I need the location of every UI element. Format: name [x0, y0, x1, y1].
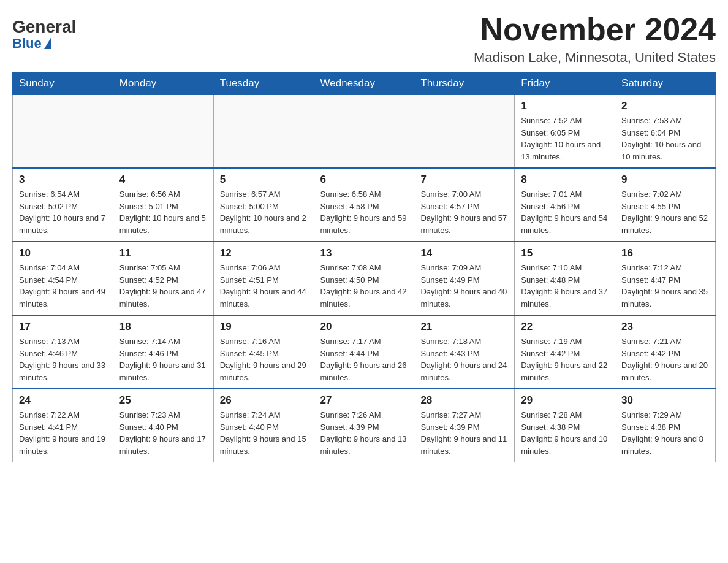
calendar-header-wednesday: Wednesday [314, 72, 414, 95]
calendar-header-row: SundayMondayTuesdayWednesdayThursdayFrid… [13, 72, 716, 95]
day-number: 8 [521, 174, 609, 186]
calendar-cell: 21Sunrise: 7:18 AMSunset: 4:43 PMDayligh… [414, 315, 515, 389]
location-title: Madison Lake, Minnesota, United States [474, 50, 716, 66]
day-info: Sunrise: 6:54 AMSunset: 5:02 PMDaylight:… [19, 188, 107, 236]
calendar-cell: 10Sunrise: 7:04 AMSunset: 4:54 PMDayligh… [13, 242, 113, 315]
day-info: Sunrise: 7:02 AMSunset: 4:55 PMDaylight:… [621, 188, 709, 236]
day-info: Sunrise: 7:00 AMSunset: 4:57 PMDaylight:… [420, 188, 508, 236]
day-info: Sunrise: 7:08 AMSunset: 4:50 PMDaylight:… [320, 262, 408, 310]
calendar-cell: 18Sunrise: 7:14 AMSunset: 4:46 PMDayligh… [113, 315, 213, 389]
calendar-cell [13, 95, 113, 169]
calendar-cell: 11Sunrise: 7:05 AMSunset: 4:52 PMDayligh… [113, 242, 213, 315]
calendar-cell: 16Sunrise: 7:12 AMSunset: 4:47 PMDayligh… [615, 242, 716, 315]
calendar-cell [213, 95, 314, 169]
day-number: 18 [119, 321, 207, 333]
calendar-cell: 23Sunrise: 7:21 AMSunset: 4:42 PMDayligh… [615, 315, 716, 389]
day-number: 5 [220, 174, 308, 186]
day-info: Sunrise: 7:14 AMSunset: 4:46 PMDaylight:… [119, 335, 207, 383]
day-number: 20 [320, 321, 408, 333]
day-number: 19 [220, 321, 308, 333]
calendar-cell [113, 95, 213, 169]
day-number: 14 [420, 247, 508, 259]
day-number: 30 [621, 394, 709, 407]
calendar-cell: 27Sunrise: 7:26 AMSunset: 4:39 PMDayligh… [314, 389, 414, 462]
day-info: Sunrise: 7:12 AMSunset: 4:47 PMDaylight:… [621, 262, 709, 310]
day-info: Sunrise: 7:26 AMSunset: 4:39 PMDaylight:… [320, 409, 408, 457]
day-info: Sunrise: 7:04 AMSunset: 4:54 PMDaylight:… [19, 262, 107, 310]
calendar-header-saturday: Saturday [615, 72, 716, 95]
day-number: 24 [19, 394, 107, 407]
page-header: General Blue November 2024 Madison Lake,… [12, 12, 716, 66]
logo-blue-text: Blue [12, 36, 51, 52]
day-info: Sunrise: 7:19 AMSunset: 4:42 PMDaylight:… [521, 335, 609, 383]
calendar-cell: 12Sunrise: 7:06 AMSunset: 4:51 PMDayligh… [213, 242, 314, 315]
calendar-cell: 7Sunrise: 7:00 AMSunset: 4:57 PMDaylight… [414, 168, 515, 242]
calendar-header-thursday: Thursday [414, 72, 515, 95]
calendar-cell: 2Sunrise: 7:53 AMSunset: 6:04 PMDaylight… [615, 95, 716, 169]
day-info: Sunrise: 7:24 AMSunset: 4:40 PMDaylight:… [220, 409, 308, 457]
day-number: 3 [19, 174, 107, 186]
day-info: Sunrise: 7:22 AMSunset: 4:41 PMDaylight:… [19, 409, 107, 457]
calendar-cell: 30Sunrise: 7:29 AMSunset: 4:38 PMDayligh… [615, 389, 716, 462]
calendar-cell: 24Sunrise: 7:22 AMSunset: 4:41 PMDayligh… [13, 389, 113, 462]
calendar-cell: 3Sunrise: 6:54 AMSunset: 5:02 PMDaylight… [13, 168, 113, 242]
day-number: 27 [320, 394, 408, 407]
day-number: 26 [220, 394, 308, 407]
month-title: November 2024 [474, 12, 716, 47]
day-info: Sunrise: 6:56 AMSunset: 5:01 PMDaylight:… [119, 188, 207, 236]
logo-triangle-icon [44, 37, 51, 49]
day-info: Sunrise: 7:29 AMSunset: 4:38 PMDaylight:… [621, 409, 709, 457]
calendar-header-sunday: Sunday [13, 72, 113, 95]
title-area: November 2024 Madison Lake, Minnesota, U… [474, 12, 716, 66]
calendar-table: SundayMondayTuesdayWednesdayThursdayFrid… [12, 72, 716, 462]
day-number: 23 [621, 321, 709, 333]
day-info: Sunrise: 7:13 AMSunset: 4:46 PMDaylight:… [19, 335, 107, 383]
calendar-cell: 5Sunrise: 6:57 AMSunset: 5:00 PMDaylight… [213, 168, 314, 242]
day-info: Sunrise: 6:57 AMSunset: 5:00 PMDaylight:… [220, 188, 308, 236]
calendar-cell: 22Sunrise: 7:19 AMSunset: 4:42 PMDayligh… [515, 315, 615, 389]
day-info: Sunrise: 7:28 AMSunset: 4:38 PMDaylight:… [521, 409, 609, 457]
calendar-cell: 8Sunrise: 7:01 AMSunset: 4:56 PMDaylight… [515, 168, 615, 242]
day-number: 28 [420, 394, 508, 407]
calendar-cell: 17Sunrise: 7:13 AMSunset: 4:46 PMDayligh… [13, 315, 113, 389]
day-info: Sunrise: 7:27 AMSunset: 4:39 PMDaylight:… [420, 409, 508, 457]
day-number: 15 [521, 247, 609, 259]
calendar-cell [414, 95, 515, 169]
day-info: Sunrise: 7:23 AMSunset: 4:40 PMDaylight:… [119, 409, 207, 457]
day-number: 7 [420, 174, 508, 186]
day-number: 12 [220, 247, 308, 259]
day-info: Sunrise: 7:52 AMSunset: 6:05 PMDaylight:… [521, 115, 609, 163]
day-info: Sunrise: 7:17 AMSunset: 4:44 PMDaylight:… [320, 335, 408, 383]
day-info: Sunrise: 6:58 AMSunset: 4:58 PMDaylight:… [320, 188, 408, 236]
day-number: 9 [621, 174, 709, 186]
calendar-cell: 25Sunrise: 7:23 AMSunset: 4:40 PMDayligh… [113, 389, 213, 462]
day-number: 1 [521, 100, 609, 112]
calendar-cell: 29Sunrise: 7:28 AMSunset: 4:38 PMDayligh… [515, 389, 615, 462]
calendar-week-2: 3Sunrise: 6:54 AMSunset: 5:02 PMDaylight… [13, 168, 716, 242]
day-info: Sunrise: 7:01 AMSunset: 4:56 PMDaylight:… [521, 188, 609, 236]
calendar-header-friday: Friday [515, 72, 615, 95]
day-number: 13 [320, 247, 408, 259]
day-number: 4 [119, 174, 207, 186]
calendar-week-3: 10Sunrise: 7:04 AMSunset: 4:54 PMDayligh… [13, 242, 716, 315]
day-number: 29 [521, 394, 609, 407]
calendar-week-5: 24Sunrise: 7:22 AMSunset: 4:41 PMDayligh… [13, 389, 716, 462]
calendar-header-tuesday: Tuesday [213, 72, 314, 95]
day-number: 10 [19, 247, 107, 259]
calendar-cell: 13Sunrise: 7:08 AMSunset: 4:50 PMDayligh… [314, 242, 414, 315]
day-info: Sunrise: 7:18 AMSunset: 4:43 PMDaylight:… [420, 335, 508, 383]
day-number: 11 [119, 247, 207, 259]
day-info: Sunrise: 7:06 AMSunset: 4:51 PMDaylight:… [220, 262, 308, 310]
logo: General Blue [12, 12, 76, 52]
calendar-cell [314, 95, 414, 169]
day-info: Sunrise: 7:53 AMSunset: 6:04 PMDaylight:… [621, 115, 709, 163]
day-info: Sunrise: 7:10 AMSunset: 4:48 PMDaylight:… [521, 262, 609, 310]
day-number: 2 [621, 100, 709, 112]
day-number: 6 [320, 174, 408, 186]
calendar-cell: 19Sunrise: 7:16 AMSunset: 4:45 PMDayligh… [213, 315, 314, 389]
calendar-cell: 28Sunrise: 7:27 AMSunset: 4:39 PMDayligh… [414, 389, 515, 462]
calendar-header-monday: Monday [113, 72, 213, 95]
calendar-cell: 1Sunrise: 7:52 AMSunset: 6:05 PMDaylight… [515, 95, 615, 169]
day-number: 21 [420, 321, 508, 333]
calendar-cell: 9Sunrise: 7:02 AMSunset: 4:55 PMDaylight… [615, 168, 716, 242]
